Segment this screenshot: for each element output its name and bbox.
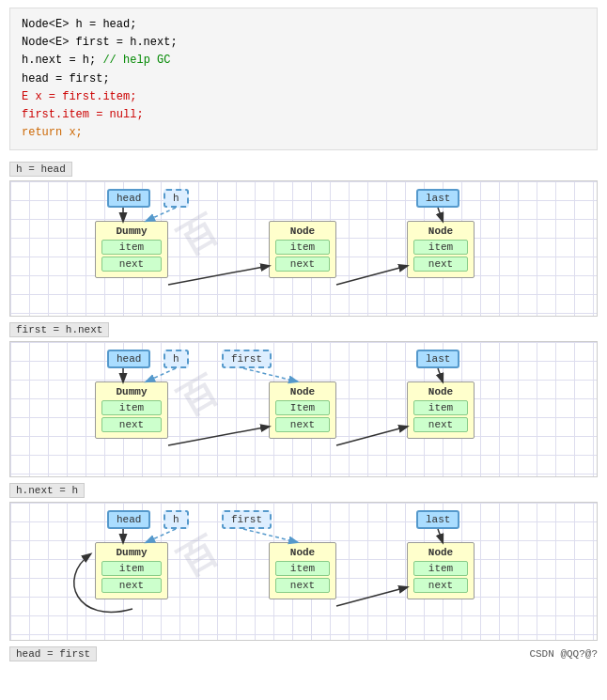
node-3-1: Node item next [407, 221, 475, 278]
svg-line-14 [336, 587, 407, 606]
node-dummy-2-next: next [101, 417, 162, 432]
ptr-head-1: head [107, 189, 150, 208]
code-line-1: Node<E> h = head; [22, 16, 585, 34]
node-dummy-1-next: next [101, 257, 162, 272]
node-2-1: Node item next [269, 221, 336, 278]
svg-line-1 [147, 208, 176, 221]
node-dummy-3-next: next [101, 578, 162, 593]
node-dummy-3-item: item [101, 561, 162, 576]
node-2-2: Node Item next [269, 381, 336, 439]
svg-line-2 [168, 266, 269, 285]
code-line-3: h.next = h; // help GC [22, 52, 585, 70]
node-3-1-next: next [413, 257, 468, 272]
diagram-section-2: first = h.next 百 head h first last Dummy… [0, 319, 607, 477]
node-3-2-next: next [413, 417, 468, 432]
diagram-label-3: h.next = h [9, 483, 85, 498]
ptr-head-3: head [107, 510, 150, 529]
svg-line-13 [243, 529, 297, 542]
ptr-h-1: h [163, 189, 189, 208]
svg-line-12 [147, 529, 176, 542]
node-2-3-item: item [275, 561, 330, 576]
ptr-head-2: head [107, 350, 150, 368]
ptr-last-1: last [416, 189, 459, 208]
node-3-3-next: next [413, 578, 468, 593]
diagram-area-3: 百 head h first last Dummy item next Node… [9, 502, 598, 641]
node-dummy-1-item: item [101, 240, 162, 255]
ptr-h-3: h [163, 510, 189, 529]
ptr-first-2: first [222, 350, 272, 368]
svg-line-4 [438, 208, 443, 221]
svg-line-10 [438, 368, 443, 381]
diagram-area-1: 百 head h last Dummy item next Node item … [9, 180, 598, 317]
ptr-h-2: h [163, 350, 189, 368]
code-block: Node<E> h = head; Node<E> first = h.next… [9, 8, 598, 150]
node-2-2-next: next [275, 417, 330, 432]
node-3-2-item: item [413, 400, 468, 415]
node-3-3-item: item [413, 561, 468, 576]
node-3-2: Node item next [407, 381, 475, 439]
diagram-area-2: 百 head h first last Dummy item next Node… [9, 341, 598, 477]
svg-line-3 [336, 266, 407, 285]
node-2-1-item: item [275, 240, 330, 255]
code-line-5: E x = first.item; [22, 88, 585, 106]
footer-bar: head = first CSDN @QQ?@? [0, 643, 607, 665]
diagram-label-1: h = head [9, 162, 72, 177]
ptr-last-2: last [416, 350, 459, 368]
node-3-1-item: item [413, 240, 468, 255]
code-line-2: Node<E> first = h.next; [22, 34, 585, 52]
code-line-4: head = first; [22, 70, 585, 88]
svg-line-15 [438, 529, 443, 542]
node-2-3: Node item next [269, 542, 336, 599]
ptr-first-3: first [222, 510, 272, 529]
node-dummy-3: Dummy item next [95, 542, 168, 599]
node-2-3-next: next [275, 578, 330, 593]
svg-line-7 [243, 368, 297, 381]
svg-line-8 [168, 427, 269, 445]
node-2-2-item: Item [275, 400, 330, 415]
svg-line-6 [147, 368, 176, 381]
diagram-section-3: h.next = h 百 head h first last Dummy ite… [0, 479, 607, 641]
node-dummy-1: Dummy item next [95, 221, 168, 278]
node-3-3: Node item next [407, 542, 475, 599]
svg-line-9 [336, 427, 407, 445]
code-line-7: return x; [22, 124, 585, 142]
ptr-last-3: last [416, 510, 459, 529]
diagram-label-2: first = h.next [9, 322, 109, 337]
node-2-1-next: next [275, 257, 330, 272]
node-dummy-2: Dummy item next [95, 381, 168, 439]
footer-label: head = first [9, 646, 97, 661]
diagram-section-1: h = head 百 head h last Dummy item next N… [0, 158, 607, 317]
node-dummy-2-item: item [101, 400, 162, 415]
code-line-6: first.item = null; [22, 106, 585, 124]
csdn-text: CSDN @QQ?@? [529, 648, 598, 660]
